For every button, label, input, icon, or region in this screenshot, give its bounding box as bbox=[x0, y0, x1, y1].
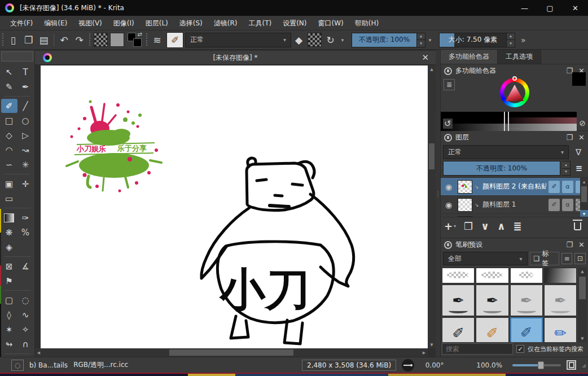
preset-scrollbar[interactable]: ▲ ▼ bbox=[578, 268, 587, 342]
chevron-down-icon[interactable]: ▾ bbox=[425, 33, 435, 47]
layer-properties-button[interactable]: ≣ bbox=[514, 220, 522, 232]
tool-rect-select[interactable]: ▢ bbox=[1, 293, 17, 307]
search-input[interactable] bbox=[442, 343, 513, 355]
undo-icon[interactable]: ↶ bbox=[56, 32, 72, 47]
minimize-button[interactable]: — bbox=[512, 0, 537, 16]
zoom-value[interactable]: 100.0% bbox=[469, 361, 502, 369]
preset-scroll-thumb[interactable] bbox=[579, 277, 586, 299]
scroll-right-icon[interactable]: ▶ bbox=[420, 348, 428, 357]
scroll-down-icon[interactable]: ▼ bbox=[428, 341, 436, 348]
zoom-slider[interactable] bbox=[512, 364, 561, 366]
layer-list-scrollbar[interactable]: ▲ ▼ bbox=[580, 178, 588, 217]
tool-transform[interactable]: ▣ bbox=[1, 177, 17, 191]
tool-freehand-brush[interactable]: ✐ bbox=[1, 99, 17, 113]
tool-magic-wand-select[interactable]: ✶ bbox=[1, 322, 17, 336]
tab-tool-options[interactable]: 工具选项 bbox=[498, 50, 541, 64]
hue-marker[interactable] bbox=[512, 76, 517, 81]
chevron-down-icon[interactable]: ▾ bbox=[338, 33, 347, 47]
layer-row[interactable]: ◉ ↘ 颜料图层 2 (来自粘贴) ✐ α bbox=[441, 178, 588, 196]
alpha-lock-icon[interactable]: α bbox=[562, 181, 573, 193]
resize-grip[interactable]: ◢ bbox=[582, 362, 586, 368]
tool-text[interactable]: T bbox=[17, 65, 34, 79]
brush-editor-button[interactable]: ✐ bbox=[166, 32, 183, 48]
color-wheel[interactable] bbox=[500, 78, 529, 107]
selection-display-icon[interactable]: ◌ bbox=[11, 360, 24, 371]
layer-row[interactable]: ◉ ↘ 背景 α bbox=[441, 214, 588, 217]
background-color[interactable] bbox=[133, 38, 142, 47]
spin-up-icon[interactable]: ▴ bbox=[562, 161, 570, 168]
scroll-down-icon[interactable]: ▼ bbox=[580, 210, 588, 217]
layer-blend-mode-select[interactable]: 正常 ▾ bbox=[443, 145, 569, 159]
brush-preset-paint-brush-orange[interactable]: ✐ bbox=[476, 317, 508, 342]
float-panel-icon[interactable]: ❐ bbox=[566, 241, 573, 249]
tool-similar-select[interactable]: ✧ bbox=[17, 322, 34, 336]
menu-file[interactable]: 文件(F) bbox=[5, 16, 38, 30]
tool-polyline[interactable]: ▷ bbox=[17, 128, 34, 142]
menu-tools[interactable]: 工具(T) bbox=[243, 16, 277, 30]
tool-polygon-select[interactable]: ◊ bbox=[1, 308, 17, 322]
tab-advanced-color-selector[interactable]: 多功能拾色器 bbox=[441, 50, 498, 64]
opacity-spinner[interactable]: ▴ ▾ bbox=[417, 33, 425, 47]
dock-splitter[interactable] bbox=[436, 50, 440, 357]
tool-move[interactable]: ✛ bbox=[17, 177, 34, 191]
brush-preset-eraser-circle[interactable] bbox=[476, 268, 508, 283]
canvas-vscrollbar[interactable]: ▲ ▼ bbox=[428, 65, 436, 348]
tool-color-sampler[interactable]: ✑ bbox=[17, 211, 34, 225]
hscroll-thumb[interactable] bbox=[169, 349, 293, 356]
spin-down-icon[interactable]: ▾ bbox=[562, 168, 570, 176]
tag-button[interactable]: ❑ 标签 bbox=[530, 252, 559, 265]
subwindow-titlebar[interactable]: [未保存图像] * ✕ bbox=[35, 51, 436, 65]
tool-rectangle[interactable]: □ bbox=[1, 113, 17, 128]
tool-bezier-select[interactable]: ↬ bbox=[1, 337, 17, 351]
layer-scroll-thumb[interactable] bbox=[581, 186, 587, 202]
tool-freehand-path[interactable]: ↝ bbox=[17, 143, 34, 157]
opacity-slider[interactable]: 不透明度: 100% bbox=[352, 33, 417, 47]
spin-up-icon[interactable]: ▴ bbox=[417, 33, 425, 40]
layer-filter-icon[interactable]: ∇ bbox=[571, 147, 586, 158]
redo-icon[interactable]: ↷ bbox=[72, 32, 87, 47]
menu-select[interactable]: 选择(S) bbox=[174, 16, 208, 30]
lock-icon[interactable] bbox=[444, 241, 452, 249]
close-panel-icon[interactable]: ✕ bbox=[578, 241, 585, 249]
tool-select-shapes[interactable]: ↖ bbox=[1, 65, 17, 79]
brush-preset-gel-pen[interactable]: ✒ bbox=[510, 285, 543, 316]
brush-preset-watercolor-selected[interactable]: ✐ bbox=[510, 317, 543, 342]
brush-preset-ink-pen-smooth[interactable]: ✒ bbox=[476, 285, 508, 316]
move-layer-up-button[interactable]: ∧ bbox=[497, 220, 506, 232]
tool-dynamic-brush[interactable]: ∽ bbox=[1, 158, 17, 172]
tool-patch[interactable]: ❋ bbox=[1, 225, 17, 239]
brush-preset-airbrush-soft[interactable] bbox=[544, 268, 577, 283]
brush-preset-paint-brush-dark[interactable]: ✐ bbox=[442, 317, 475, 342]
image-size-label[interactable]: 2,480 x 3,508 (34.6 MiB) bbox=[302, 360, 396, 371]
maximize-button[interactable]: ▢ bbox=[537, 0, 563, 16]
color-settings-icon[interactable]: ≣ bbox=[444, 79, 455, 90]
delete-layer-button[interactable] bbox=[574, 222, 581, 230]
tool-polygon[interactable]: ◇ bbox=[1, 128, 17, 142]
tool-crop[interactable]: ▭ bbox=[1, 191, 17, 206]
scroll-up-icon[interactable]: ▲ bbox=[580, 178, 588, 185]
toolbar-overflow-icon[interactable]: » bbox=[521, 36, 526, 45]
layer-menu-icon[interactable]: ≡ bbox=[572, 163, 586, 173]
spin-down-icon[interactable]: ▾ bbox=[507, 40, 515, 47]
layer-opacity-slider[interactable]: 不透明度: 100% bbox=[443, 161, 560, 176]
preset-display-icon[interactable]: ⊡ bbox=[574, 253, 586, 264]
scroll-left-icon[interactable]: ◀ bbox=[35, 348, 42, 357]
tool-magnetic-select[interactable]: ∩ bbox=[17, 337, 34, 351]
canvas[interactable]: 小刀娱乐 乐于分享 bbox=[41, 65, 428, 348]
layer-expand-icon[interactable]: ↘ bbox=[475, 184, 480, 190]
swap-colors-icon[interactable]: ⇄ bbox=[138, 31, 142, 37]
scroll-up-icon[interactable]: ▲ bbox=[428, 65, 436, 73]
rotation-dial-icon[interactable] bbox=[402, 359, 414, 371]
brush-preset-color-pencil-blue[interactable]: ✏ bbox=[544, 317, 577, 342]
scroll-up-icon[interactable]: ▲ bbox=[578, 268, 587, 275]
fit-page-icon[interactable] bbox=[567, 360, 576, 370]
workspace-chooser-icon[interactable]: ≋ bbox=[150, 32, 165, 47]
menu-help[interactable]: 帮助(H) bbox=[349, 16, 384, 30]
menu-settings[interactable]: 设置(N) bbox=[277, 16, 312, 30]
rotation-value[interactable]: 0.00° bbox=[420, 361, 449, 369]
toolbar-grip[interactable] bbox=[88, 33, 91, 47]
tool-fill[interactable]: ◈ bbox=[1, 240, 17, 254]
menu-view[interactable]: 视图(V) bbox=[73, 16, 108, 30]
lock-icon[interactable] bbox=[444, 134, 452, 142]
vscroll-thumb[interactable] bbox=[429, 143, 435, 169]
